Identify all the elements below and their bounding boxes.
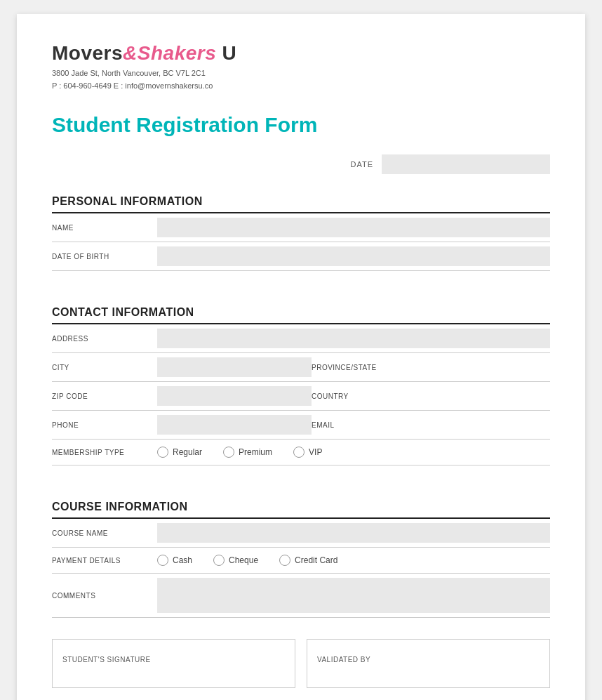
membership-row: MEMBERSHIP TYPE Regular Premium VIP bbox=[52, 440, 550, 465]
address-label: ADDRESS bbox=[52, 324, 157, 353]
city-label: CITY bbox=[52, 353, 157, 382]
logo-u: U bbox=[216, 42, 236, 64]
personal-info-table: NAME DATE OF BIRTH bbox=[52, 213, 550, 271]
address-line1: 3800 Jade St, North Vancouver, BC V7L 2C… bbox=[52, 67, 550, 92]
comments-label: COMMENTS bbox=[52, 574, 157, 618]
payment-cash[interactable]: Cash bbox=[157, 555, 192, 566]
province-label: PROVINCE/STATE bbox=[312, 353, 550, 382]
phone-input[interactable] bbox=[157, 415, 312, 435]
date-input[interactable] bbox=[382, 154, 550, 174]
membership-premium[interactable]: Premium bbox=[223, 447, 272, 458]
membership-premium-label: Premium bbox=[239, 447, 272, 457]
personal-info-heading: PERSONAL INFORMATION bbox=[52, 195, 550, 213]
name-label: NAME bbox=[52, 213, 157, 242]
logo-shakers: Shakers bbox=[138, 42, 216, 64]
dob-label: DATE OF BIRTH bbox=[52, 242, 157, 271]
logo-area: Movers&Shakers U 3800 Jade St, North Van… bbox=[52, 42, 550, 92]
radio-circle-vip bbox=[293, 447, 305, 458]
payment-radio-group: Cash Cheque Credit Card bbox=[157, 555, 550, 566]
city-input[interactable] bbox=[157, 357, 312, 377]
table-row: CITY PROVINCE/STATE bbox=[52, 353, 550, 382]
country-label: COUNTRY bbox=[312, 382, 550, 411]
logo-amp: & bbox=[123, 42, 138, 64]
form-title: Student Registration Form bbox=[52, 113, 550, 137]
table-row: NAME bbox=[52, 213, 550, 242]
table-row: PHONE EMAIL bbox=[52, 411, 550, 440]
table-row: ZIP CODE COUNTRY bbox=[52, 382, 550, 411]
student-signature-box[interactable]: STUDENT'S SIGNATURE bbox=[52, 639, 295, 688]
membership-label: MEMBERSHIP TYPE bbox=[52, 440, 157, 465]
course-name-input[interactable] bbox=[157, 523, 550, 543]
payment-row: PAYMENT DETAILS Cash Cheque Credit Card bbox=[52, 548, 550, 574]
radio-circle-cash bbox=[157, 555, 168, 566]
table-row: DATE OF BIRTH bbox=[52, 242, 550, 271]
payment-cash-label: Cash bbox=[173, 555, 192, 565]
membership-regular-label: Regular bbox=[173, 447, 202, 457]
membership-vip[interactable]: VIP bbox=[293, 447, 322, 458]
address-input[interactable] bbox=[157, 329, 550, 348]
membership-vip-label: VIP bbox=[309, 447, 322, 457]
table-row: COURSE NAME bbox=[52, 519, 550, 548]
course-info-heading: COURSE INFORMATION bbox=[52, 501, 550, 519]
date-row: DATE bbox=[52, 154, 550, 174]
radio-circle-regular bbox=[157, 447, 168, 458]
course-info-table: COURSE NAME PAYMENT DETAILS Cash Cheque bbox=[52, 519, 550, 618]
student-signature-label: STUDENT'S SIGNATURE bbox=[62, 656, 151, 663]
payment-label: PAYMENT DETAILS bbox=[52, 548, 157, 574]
payment-cheque[interactable]: Cheque bbox=[213, 555, 258, 566]
name-input[interactable] bbox=[157, 218, 550, 237]
membership-regular[interactable]: Regular bbox=[157, 447, 202, 458]
payment-cheque-label: Cheque bbox=[229, 555, 258, 565]
dob-input[interactable] bbox=[157, 246, 550, 266]
email-label: EMAIL bbox=[312, 411, 550, 440]
phone-label: PHONE bbox=[52, 411, 157, 440]
zip-label: ZIP CODE bbox=[52, 382, 157, 411]
table-row: ADDRESS bbox=[52, 324, 550, 353]
payment-credit-card-label: Credit Card bbox=[295, 555, 337, 565]
zip-input[interactable] bbox=[157, 386, 312, 406]
validated-by-box[interactable]: VALIDATED BY bbox=[307, 639, 550, 688]
table-row: COMMENTS bbox=[52, 574, 550, 618]
radio-circle-credit-card bbox=[279, 555, 290, 566]
membership-radio-group: Regular Premium VIP bbox=[157, 447, 550, 458]
logo: Movers&Shakers U bbox=[52, 42, 550, 65]
date-label: DATE bbox=[350, 160, 373, 169]
signature-row: STUDENT'S SIGNATURE VALIDATED BY bbox=[52, 639, 550, 688]
radio-circle-premium bbox=[223, 447, 234, 458]
validated-by-label: VALIDATED BY bbox=[317, 656, 370, 663]
radio-circle-cheque bbox=[213, 555, 225, 566]
course-name-label: COURSE NAME bbox=[52, 519, 157, 548]
contact-info-table: ADDRESS CITY PROVINCE/STATE ZIP CODE COU… bbox=[52, 324, 550, 465]
comments-input[interactable] bbox=[157, 578, 550, 613]
logo-movers: Movers bbox=[52, 42, 123, 64]
form-page: Movers&Shakers U 3800 Jade St, North Van… bbox=[17, 14, 585, 700]
payment-credit-card[interactable]: Credit Card bbox=[279, 555, 337, 566]
contact-info-heading: CONTACT INFORMATION bbox=[52, 306, 550, 324]
